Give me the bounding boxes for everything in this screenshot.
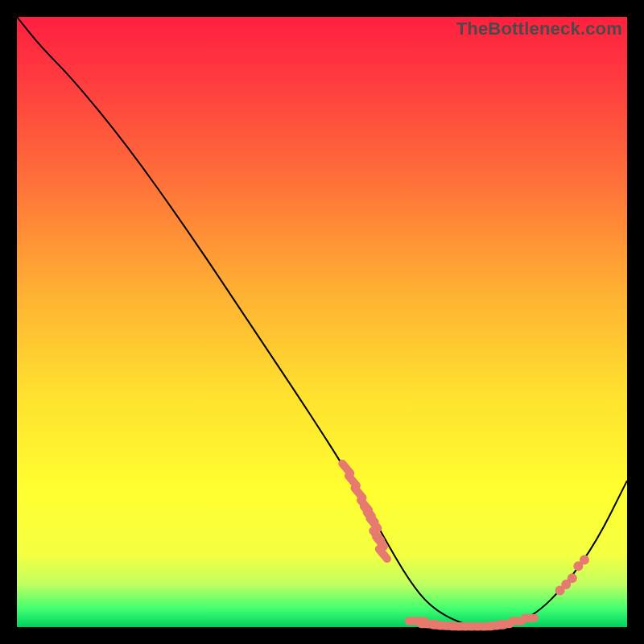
marker-right <box>580 555 589 565</box>
chart-svg <box>17 17 627 627</box>
chart-area: TheBottleneck.com <box>17 17 627 627</box>
marker-left <box>379 549 387 559</box>
marker-left <box>342 464 350 473</box>
marker-left <box>354 488 362 497</box>
bottleneck-curve <box>17 17 627 627</box>
marker-right <box>568 573 577 583</box>
marker-left <box>349 476 357 485</box>
